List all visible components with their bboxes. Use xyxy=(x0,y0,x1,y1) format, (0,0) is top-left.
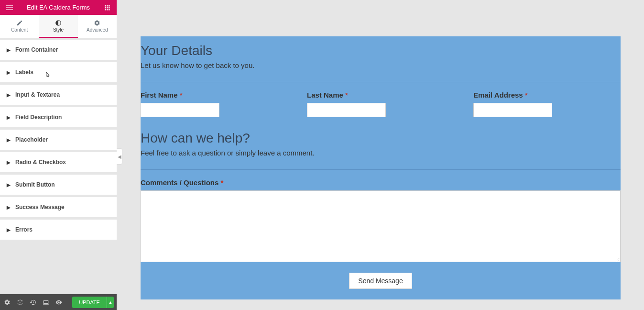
preview-icon[interactable] xyxy=(55,298,63,307)
tab-advanced[interactable]: Advanced xyxy=(78,15,117,38)
sidebar-header: Edit EA Caldera Forms xyxy=(0,0,117,15)
section-label: Placeholder xyxy=(15,136,48,143)
label-text: Email Address xyxy=(473,91,523,99)
last-name-input[interactable] xyxy=(307,103,386,117)
tab-style-label: Style xyxy=(53,27,64,33)
section-label: Labels xyxy=(15,69,33,76)
section-label: Input & Textarea xyxy=(15,91,60,98)
caret-right-icon: ▶ xyxy=(7,47,11,53)
form-container: Your Details Let us know how to get back… xyxy=(141,36,621,299)
apps-icon[interactable] xyxy=(101,2,113,13)
caret-right-icon: ▶ xyxy=(7,92,11,98)
label-text: First Name xyxy=(141,91,178,99)
required-mark: * xyxy=(221,178,224,187)
svg-rect-1 xyxy=(6,7,13,8)
caret-right-icon: ▶ xyxy=(7,70,11,75)
divider xyxy=(141,169,621,170)
first-name-input[interactable] xyxy=(141,103,219,117)
svg-rect-4 xyxy=(107,5,108,7)
caret-right-icon: ▶ xyxy=(7,182,11,188)
gear-icon xyxy=(94,20,100,26)
svg-rect-9 xyxy=(105,9,106,11)
email-input[interactable] xyxy=(473,103,552,117)
svg-rect-6 xyxy=(105,7,106,9)
tab-style[interactable]: Style xyxy=(39,15,77,38)
svg-rect-0 xyxy=(6,5,13,6)
collapse-sidebar-handle[interactable]: ◀ xyxy=(117,148,122,165)
field-last-name: Last Name * xyxy=(307,91,454,117)
caret-right-icon: ▶ xyxy=(7,115,11,120)
label-text: Comments / Questions xyxy=(141,178,218,187)
required-mark: * xyxy=(180,91,183,99)
section-title: Your Details xyxy=(141,36,621,61)
svg-rect-7 xyxy=(107,7,108,9)
tab-bar: Content Style Advanced xyxy=(0,15,117,38)
field-label: First Name * xyxy=(141,91,288,99)
section-label: Errors xyxy=(15,226,33,233)
panel-title: Edit EA Caldera Forms xyxy=(15,4,101,11)
pencil-icon xyxy=(16,20,23,26)
svg-rect-10 xyxy=(107,9,108,11)
svg-rect-3 xyxy=(105,5,106,7)
navigator-icon[interactable] xyxy=(16,298,24,307)
caret-right-icon: ▶ xyxy=(7,205,11,210)
field-first-name: First Name * xyxy=(141,91,288,117)
svg-rect-11 xyxy=(109,9,110,11)
section-description: Feel free to ask a question or simply le… xyxy=(141,149,621,166)
menu-icon[interactable] xyxy=(4,2,15,13)
section-label: Radio & Checkbox xyxy=(15,159,66,166)
field-label: Email Address * xyxy=(473,91,621,99)
settings-icon[interactable] xyxy=(3,298,11,307)
tab-advanced-label: Advanced xyxy=(87,27,108,33)
required-mark: * xyxy=(525,91,528,99)
section-submit-button[interactable]: ▶Submit Button xyxy=(0,175,117,195)
section-description: Let us know how to get back to you. xyxy=(141,61,621,79)
tab-content-label: Content xyxy=(11,27,28,33)
sidebar: Edit EA Caldera Forms Content Style Ad xyxy=(0,0,117,310)
required-mark: * xyxy=(345,91,348,99)
svg-rect-2 xyxy=(6,9,13,10)
svg-rect-8 xyxy=(109,7,110,9)
section-label: Form Container xyxy=(15,46,58,53)
history-icon[interactable] xyxy=(29,298,37,307)
comments-textarea[interactable] xyxy=(141,190,621,262)
field-label: Comments / Questions * xyxy=(141,178,621,187)
section-label: Success Message xyxy=(15,204,65,210)
field-email: Email Address * xyxy=(473,91,621,117)
responsive-icon[interactable] xyxy=(42,298,50,307)
section-label: Field Description xyxy=(15,114,62,121)
update-button[interactable]: UPDATE ▲ xyxy=(72,297,114,308)
caret-right-icon: ▶ xyxy=(7,160,11,165)
contrast-icon xyxy=(55,20,62,26)
section-success-message[interactable]: ▶Success Message xyxy=(0,197,117,217)
section-labels[interactable]: ▶Labels xyxy=(0,62,117,82)
section-field-description[interactable]: ▶Field Description xyxy=(0,107,117,127)
caret-up-icon[interactable]: ▲ xyxy=(107,297,114,308)
section-label: Submit Button xyxy=(15,181,55,188)
section-title: How can we help? xyxy=(141,124,621,149)
tab-content[interactable]: Content xyxy=(0,15,39,38)
divider xyxy=(141,82,621,82)
caret-right-icon: ▶ xyxy=(7,227,11,232)
footer-bar: UPDATE ▲ xyxy=(0,294,117,310)
section-radio-checkbox[interactable]: ▶Radio & Checkbox xyxy=(0,152,117,172)
accordion-list: ▶Form Container ▶Labels ▶Input & Textare… xyxy=(0,38,117,294)
canvas[interactable]: Your Details Let us know how to get back… xyxy=(117,0,644,310)
svg-rect-5 xyxy=(109,5,110,7)
update-button-label: UPDATE xyxy=(72,297,107,308)
section-placeholder[interactable]: ▶Placeholder xyxy=(0,130,117,150)
section-form-container[interactable]: ▶Form Container xyxy=(0,40,117,60)
label-text: Last Name xyxy=(307,91,343,99)
section-input-textarea[interactable]: ▶Input & Textarea xyxy=(0,85,117,105)
field-label: Last Name * xyxy=(307,91,454,99)
caret-right-icon: ▶ xyxy=(7,137,11,143)
send-message-button[interactable]: Send Message xyxy=(349,273,412,289)
section-errors[interactable]: ▶Errors xyxy=(0,220,117,240)
